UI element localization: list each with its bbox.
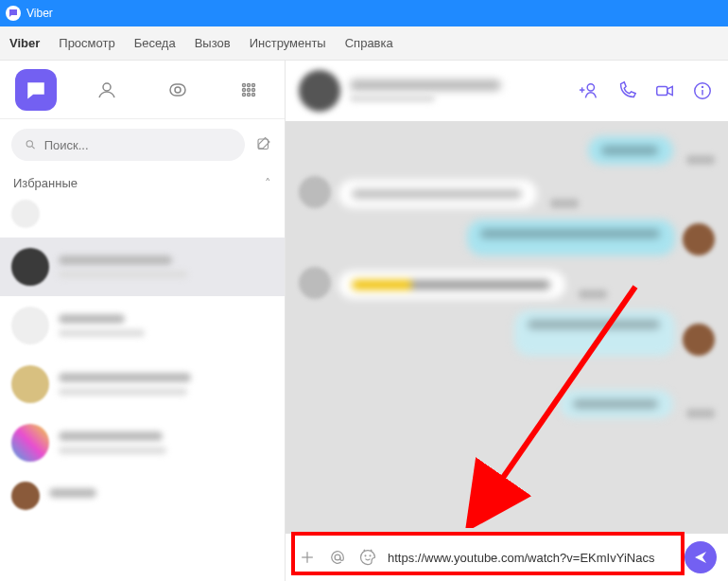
- svg-line-13: [32, 147, 35, 150]
- chevron-up-icon: ˄: [265, 176, 271, 190]
- svg-point-2: [175, 87, 181, 93]
- chat-header: [286, 61, 728, 121]
- svg-point-26: [365, 555, 366, 556]
- window-title: Viber: [26, 7, 53, 20]
- plus-icon: [298, 548, 317, 567]
- menu-chat[interactable]: Беседа: [134, 36, 176, 50]
- compose-icon: [255, 136, 272, 153]
- tab-chats[interactable]: [15, 69, 57, 111]
- svg-rect-18: [657, 86, 667, 95]
- svg-point-25: [335, 555, 340, 560]
- window-titlebar: Viber: [0, 0, 728, 26]
- menu-help[interactable]: Справка: [345, 36, 393, 50]
- chat-list: [0, 238, 285, 581]
- viber-logo-icon: [6, 6, 21, 21]
- avatar: [11, 307, 49, 344]
- svg-point-7: [248, 88, 251, 91]
- svg-point-4: [248, 83, 251, 86]
- messages-pane[interactable]: [286, 121, 728, 534]
- chat-list-item[interactable]: [0, 355, 285, 414]
- send-icon: [693, 550, 708, 565]
- svg-point-12: [26, 141, 32, 147]
- svg-point-11: [252, 93, 255, 96]
- svg-rect-14: [258, 139, 269, 150]
- favorites-header[interactable]: Избранные ˄: [0, 170, 285, 196]
- chat-title: [350, 79, 563, 102]
- phone-icon: [616, 80, 637, 101]
- search-icon: [25, 138, 37, 151]
- sticker-icon: [358, 548, 377, 567]
- search-box[interactable]: [11, 129, 245, 161]
- menu-bar: Viber Просмотр Беседа Вызов Инструменты …: [0, 26, 728, 61]
- avatar: [11, 424, 49, 462]
- add-contact-icon: [579, 80, 599, 101]
- voice-call-button[interactable]: [615, 79, 639, 103]
- chat-avatar[interactable]: [299, 70, 340, 112]
- send-button[interactable]: [685, 541, 717, 573]
- chat-list-item[interactable]: [0, 238, 285, 296]
- svg-rect-1: [170, 84, 185, 96]
- at-icon: [328, 548, 347, 567]
- attach-button[interactable]: [297, 547, 318, 568]
- menu-viber[interactable]: Viber: [9, 36, 40, 50]
- tab-contacts[interactable]: [86, 69, 128, 111]
- add-contact-button[interactable]: [577, 79, 601, 103]
- menu-tools[interactable]: Инструменты: [250, 36, 326, 50]
- chat-area: [286, 61, 728, 581]
- sidebar: Избранные ˄: [0, 61, 286, 581]
- chat-list-item[interactable]: [0, 296, 285, 355]
- search-input[interactable]: [44, 138, 232, 152]
- chat-list-item[interactable]: [0, 472, 285, 519]
- svg-point-9: [243, 93, 246, 96]
- favorite-avatar[interactable]: [11, 200, 40, 228]
- svg-point-0: [103, 83, 111, 91]
- menu-view[interactable]: Просмотр: [59, 36, 114, 50]
- avatar: [11, 482, 40, 510]
- message-input-bar: [286, 534, 728, 581]
- svg-point-10: [248, 93, 251, 96]
- svg-point-5: [252, 83, 255, 86]
- info-icon: [692, 80, 713, 101]
- svg-point-21: [702, 86, 703, 87]
- sticker-button[interactable]: [357, 547, 378, 568]
- avatar: [11, 248, 49, 286]
- svg-point-27: [370, 555, 371, 556]
- favorites-label: Избранные: [13, 176, 78, 190]
- sidebar-tabs: [0, 61, 285, 119]
- video-call-button[interactable]: [652, 79, 677, 103]
- tab-more[interactable]: [228, 69, 269, 111]
- message-input[interactable]: [388, 551, 675, 565]
- chat-list-item[interactable]: [0, 414, 285, 472]
- svg-point-8: [252, 88, 255, 91]
- avatar: [11, 365, 49, 403]
- menu-call[interactable]: Вызов: [195, 36, 231, 50]
- svg-point-15: [587, 84, 594, 91]
- mention-button[interactable]: [327, 547, 348, 568]
- svg-point-3: [243, 83, 246, 86]
- svg-point-6: [243, 88, 246, 91]
- compose-button[interactable]: [254, 135, 273, 154]
- info-button[interactable]: [690, 79, 715, 103]
- video-icon: [654, 80, 675, 101]
- tab-explore[interactable]: [157, 69, 199, 111]
